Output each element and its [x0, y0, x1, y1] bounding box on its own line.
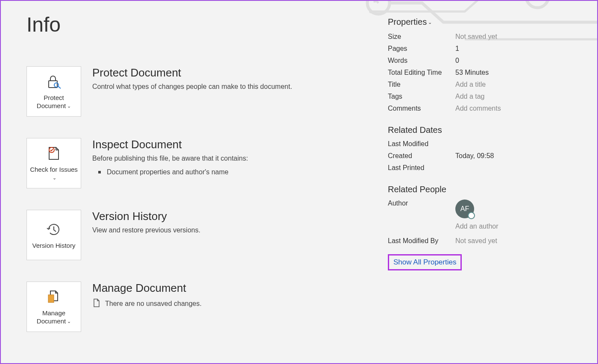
version-heading: Version History	[92, 210, 200, 223]
last-modified-value	[455, 140, 572, 148]
prop-pages-label: Pages	[388, 45, 455, 53]
related-dates-header: Related Dates	[388, 125, 572, 135]
created-value: Today, 09:58	[455, 152, 572, 160]
prop-words-value: 0	[455, 57, 572, 65]
tile-label: Protect Document⌄	[29, 94, 79, 110]
chevron-down-icon: ⌄	[67, 103, 71, 109]
prop-words-label: Words	[388, 57, 455, 65]
page-title: Info	[26, 13, 371, 36]
chevron-down-icon: ⌄	[67, 319, 71, 325]
prop-edit-time-value: 53 Minutes	[455, 69, 572, 76]
lock-key-icon	[45, 73, 63, 91]
manage-document-tile[interactable]: Manage Document⌄	[26, 282, 81, 332]
last-modified-by-value: Not saved yet	[455, 237, 572, 245]
protect-document-tile[interactable]: Protect Document⌄	[26, 66, 81, 117]
created-label: Created	[388, 152, 455, 160]
author-label: Author	[388, 200, 455, 207]
show-all-properties-link[interactable]: Show All Properties	[393, 258, 456, 266]
inspect-bullet: Document properties and author's name	[92, 167, 248, 178]
prop-size-label: Size	[388, 33, 455, 41]
properties-dropdown[interactable]: Properties⌄	[388, 17, 572, 27]
prop-edit-time-label: Total Editing Time	[388, 69, 455, 76]
manage-heading: Manage Document	[92, 282, 202, 295]
section-version: Version History Version History View and…	[26, 210, 371, 260]
show-all-highlight: Show All Properties	[388, 254, 462, 270]
last-modified-by-label: Last Modified By	[388, 237, 455, 245]
related-people-header: Related People	[388, 185, 572, 194]
tile-label: Manage Document⌄	[29, 309, 79, 326]
prop-pages-value: 1	[455, 45, 572, 53]
add-author-input[interactable]: Add an author	[455, 223, 572, 230]
last-modified-label: Last Modified	[388, 140, 455, 148]
version-history-tile[interactable]: Version History	[26, 210, 81, 260]
last-printed-value	[455, 164, 572, 172]
author-avatar[interactable]: AF	[455, 200, 474, 218]
chevron-down-icon: ⌄	[428, 20, 432, 25]
svg-point-4	[54, 83, 59, 87]
prop-tags-label: Tags	[388, 93, 455, 100]
svg-rect-3	[49, 81, 57, 88]
inspect-heading: Inspect Document	[92, 138, 248, 151]
protect-heading: Protect Document	[92, 66, 292, 79]
section-manage: Manage Document⌄ Manage Document There a…	[26, 282, 371, 332]
prop-title-label: Title	[388, 81, 455, 88]
section-protect: Protect Document⌄ Protect Document Contr…	[26, 66, 371, 117]
section-inspect: Check for Issues⌄ Inspect Document Befor…	[26, 138, 371, 188]
svg-rect-6	[48, 295, 54, 302]
tile-label: Check for Issues⌄	[29, 166, 79, 182]
prop-tags-value[interactable]: Add a tag	[455, 93, 572, 100]
document-small-icon	[92, 298, 101, 309]
history-clock-icon	[45, 220, 63, 238]
version-desc: View and restore previous versions.	[92, 226, 200, 234]
document-stack-icon	[45, 288, 63, 306]
tile-label: Version History	[32, 242, 76, 250]
inspect-desc: Before publishing this file, be aware th…	[92, 155, 248, 162]
check-for-issues-tile[interactable]: Check for Issues⌄	[26, 138, 81, 188]
document-check-icon	[45, 144, 63, 162]
prop-title-value[interactable]: Add a title	[455, 81, 572, 88]
prop-size-value: Not saved yet	[455, 33, 572, 41]
chevron-down-icon: ⌄	[53, 175, 56, 181]
last-printed-label: Last Printed	[388, 164, 455, 172]
prop-comments-value[interactable]: Add comments	[455, 105, 572, 112]
protect-desc: Control what types of changes people can…	[92, 83, 292, 91]
prop-comments-label: Comments	[388, 105, 455, 112]
manage-desc: There are no unsaved changes.	[92, 298, 202, 309]
